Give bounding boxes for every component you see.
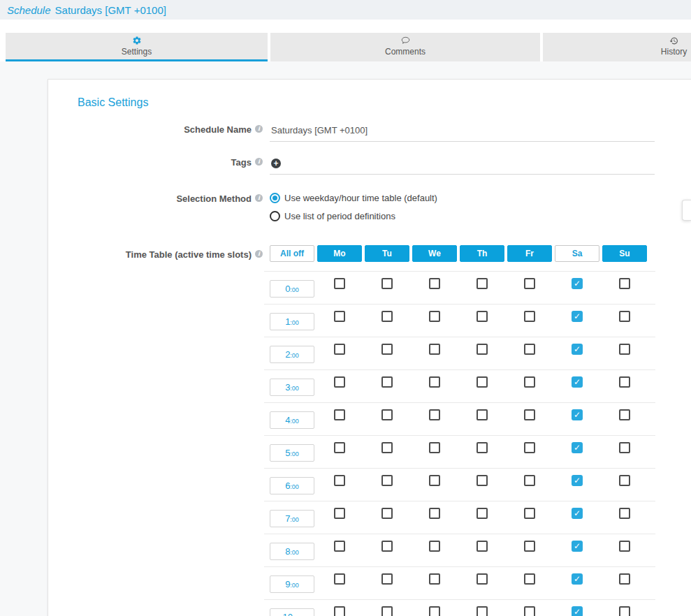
timeslot-checkbox[interactable] bbox=[524, 508, 535, 519]
timeslot-checkbox[interactable] bbox=[334, 344, 345, 355]
timeslot-checkbox[interactable]: ✓ bbox=[572, 508, 583, 519]
timeslot-checkbox[interactable] bbox=[619, 508, 630, 519]
schedule-name-input[interactable] bbox=[270, 125, 655, 142]
timeslot-checkbox[interactable] bbox=[619, 606, 630, 616]
timeslot-checkbox[interactable] bbox=[381, 541, 393, 552]
hour-button-200[interactable]: 2:00 bbox=[270, 346, 314, 363]
timeslot-checkbox[interactable] bbox=[524, 311, 535, 322]
timeslot-checkbox[interactable] bbox=[619, 344, 630, 355]
timeslot-checkbox[interactable]: ✓ bbox=[572, 344, 583, 355]
timeslot-checkbox[interactable] bbox=[524, 541, 535, 552]
timeslot-checkbox[interactable] bbox=[619, 475, 630, 486]
timeslot-checkbox[interactable] bbox=[477, 541, 488, 552]
timeslot-checkbox[interactable] bbox=[381, 606, 393, 616]
timeslot-checkbox[interactable]: ✓ bbox=[572, 541, 583, 552]
timeslot-checkbox[interactable] bbox=[524, 376, 535, 388]
hour-button-400[interactable]: 4:00 bbox=[270, 411, 314, 429]
timeslot-checkbox[interactable]: ✓ bbox=[572, 376, 583, 388]
day-button-we[interactable]: We bbox=[412, 245, 457, 262]
hour-button-600[interactable]: 6:00 bbox=[270, 477, 314, 494]
timeslot-checkbox[interactable] bbox=[429, 573, 440, 585]
timeslot-checkbox[interactable] bbox=[334, 475, 345, 486]
timeslot-checkbox[interactable] bbox=[381, 311, 393, 322]
timeslot-checkbox[interactable] bbox=[619, 442, 630, 453]
timeslot-checkbox[interactable] bbox=[477, 508, 488, 519]
timeslot-checkbox[interactable] bbox=[524, 475, 535, 486]
timeslot-checkbox[interactable] bbox=[334, 606, 345, 616]
timeslot-checkbox[interactable] bbox=[429, 409, 440, 420]
timeslot-checkbox[interactable] bbox=[429, 376, 440, 388]
timeslot-checkbox[interactable] bbox=[477, 442, 488, 453]
timeslot-checkbox[interactable]: ✓ bbox=[572, 409, 583, 420]
timeslot-checkbox[interactable]: ✓ bbox=[572, 311, 583, 322]
panel-toggle-handle[interactable] bbox=[682, 200, 691, 221]
timeslot-checkbox[interactable] bbox=[381, 409, 393, 420]
timeslot-checkbox[interactable] bbox=[524, 344, 535, 355]
add-tag-button[interactable]: + bbox=[271, 159, 281, 168]
hour-button-700[interactable]: 7:00 bbox=[270, 510, 314, 527]
hour-button-800[interactable]: 8:00 bbox=[270, 543, 314, 560]
timeslot-checkbox[interactable] bbox=[429, 475, 440, 486]
info-icon[interactable]: i bbox=[255, 194, 263, 202]
hour-button-500[interactable]: 5:00 bbox=[270, 444, 314, 462]
timeslot-checkbox[interactable] bbox=[524, 606, 535, 616]
hour-button-900[interactable]: 9:00 bbox=[270, 575, 314, 593]
day-button-fr[interactable]: Fr bbox=[507, 245, 552, 262]
timeslot-checkbox[interactable] bbox=[381, 442, 393, 453]
timeslot-checkbox[interactable] bbox=[477, 573, 488, 585]
hour-button-1000[interactable]: 10:00 bbox=[270, 608, 314, 616]
timeslot-checkbox[interactable] bbox=[477, 278, 488, 289]
timeslot-checkbox[interactable] bbox=[619, 311, 630, 322]
timeslot-checkbox[interactable] bbox=[334, 573, 345, 585]
timeslot-checkbox[interactable] bbox=[429, 344, 440, 355]
timeslot-checkbox[interactable] bbox=[334, 442, 345, 453]
timeslot-checkbox[interactable] bbox=[334, 409, 345, 420]
timeslot-checkbox[interactable] bbox=[334, 376, 345, 388]
timeslot-checkbox[interactable]: ✓ bbox=[572, 475, 583, 486]
info-icon[interactable]: i bbox=[255, 125, 263, 133]
day-button-th[interactable]: Th bbox=[460, 245, 504, 262]
timeslot-checkbox[interactable] bbox=[381, 376, 393, 388]
tab-comments[interactable]: Comments bbox=[270, 33, 540, 61]
day-button-mo[interactable]: Mo bbox=[317, 245, 362, 262]
day-button-tu[interactable]: Tu bbox=[365, 245, 409, 262]
radio-option-periods[interactable]: Use list of period definitions bbox=[270, 211, 655, 221]
tab-settings[interactable]: Settings bbox=[6, 33, 268, 61]
timeslot-checkbox[interactable] bbox=[381, 344, 393, 355]
timeslot-checkbox[interactable] bbox=[477, 376, 488, 388]
hour-button-300[interactable]: 3:00 bbox=[270, 379, 314, 396]
all-off-button[interactable]: All off bbox=[270, 245, 314, 262]
info-icon[interactable]: i bbox=[255, 158, 263, 166]
hour-button-000[interactable]: 0:00 bbox=[270, 280, 314, 298]
timeslot-checkbox[interactable]: ✓ bbox=[572, 573, 583, 585]
timeslot-checkbox[interactable] bbox=[381, 573, 393, 585]
timeslot-checkbox[interactable] bbox=[619, 573, 630, 585]
timeslot-checkbox[interactable] bbox=[619, 278, 630, 289]
info-icon[interactable]: i bbox=[255, 250, 263, 258]
radio-option-timetable[interactable]: Use weekday/hour time table (default) bbox=[270, 193, 655, 203]
timeslot-checkbox[interactable] bbox=[381, 475, 393, 486]
timeslot-checkbox[interactable] bbox=[524, 442, 535, 453]
timeslot-checkbox[interactable] bbox=[477, 475, 488, 486]
timeslot-checkbox[interactable] bbox=[381, 508, 393, 519]
timeslot-checkbox[interactable] bbox=[334, 508, 345, 519]
timeslot-checkbox[interactable] bbox=[429, 606, 440, 616]
timeslot-checkbox[interactable] bbox=[524, 409, 535, 420]
timeslot-checkbox[interactable] bbox=[619, 541, 630, 552]
day-button-su[interactable]: Su bbox=[602, 245, 647, 262]
timeslot-checkbox[interactable] bbox=[477, 606, 488, 616]
timeslot-checkbox[interactable] bbox=[477, 409, 488, 420]
timeslot-checkbox[interactable] bbox=[429, 541, 440, 552]
timeslot-checkbox[interactable] bbox=[619, 376, 630, 388]
timeslot-checkbox[interactable] bbox=[381, 278, 393, 289]
timeslot-checkbox[interactable] bbox=[477, 344, 488, 355]
radio-button[interactable] bbox=[270, 193, 280, 203]
timeslot-checkbox[interactable] bbox=[429, 442, 440, 453]
radio-button[interactable] bbox=[270, 211, 280, 221]
timeslot-checkbox[interactable] bbox=[429, 311, 440, 322]
timeslot-checkbox[interactable]: ✓ bbox=[572, 278, 583, 289]
timeslot-checkbox[interactable] bbox=[334, 278, 345, 289]
timeslot-checkbox[interactable] bbox=[524, 573, 535, 585]
timeslot-checkbox[interactable] bbox=[334, 311, 345, 322]
timeslot-checkbox[interactable]: ✓ bbox=[572, 442, 583, 453]
